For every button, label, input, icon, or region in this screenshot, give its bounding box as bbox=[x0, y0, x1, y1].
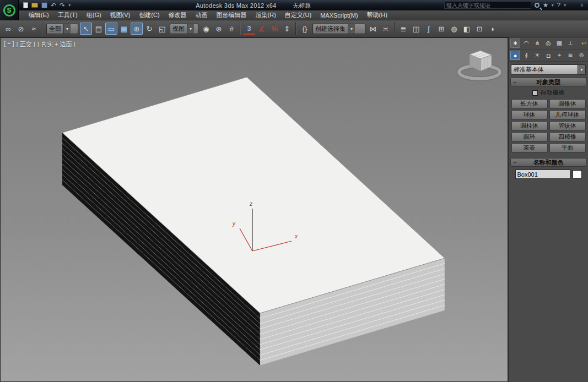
axis-z-label: z bbox=[249, 201, 252, 207]
menu-help[interactable]: 帮助(H) bbox=[363, 10, 392, 20]
subtab-geometry[interactable]: ● bbox=[510, 51, 520, 60]
menu-bar: 编辑(E) 工具(T) 组(G) 视图(V) 创建(C) 修改器 动画 图形编辑… bbox=[0, 10, 588, 20]
collapse-titlebar-icon[interactable]: ∧ bbox=[580, 2, 584, 8]
tab-motion[interactable]: ◎ bbox=[543, 39, 553, 48]
infocenter-search[interactable] bbox=[444, 1, 531, 9]
menu-tools[interactable]: 工具(T) bbox=[53, 10, 82, 20]
material-editor-button[interactable]: ◍ bbox=[448, 23, 460, 35]
select-and-manipulate-button[interactable]: ⊛ bbox=[213, 23, 225, 35]
viewport-menu-view[interactable]: [ 正交 ] bbox=[17, 40, 35, 48]
menu-views[interactable]: 视图(V) bbox=[106, 10, 135, 20]
select-and-link-button[interactable]: ∞ bbox=[2, 23, 14, 35]
menu-modifiers[interactable]: 修改器 bbox=[164, 10, 191, 20]
box-button[interactable]: 长方体 bbox=[511, 99, 548, 108]
select-by-name-button[interactable]: ▤ bbox=[93, 23, 105, 35]
tab-create[interactable]: ∗ bbox=[510, 39, 520, 48]
search-input[interactable] bbox=[446, 2, 529, 8]
tube-button[interactable]: 管状体 bbox=[549, 121, 586, 130]
application-button[interactable]: S bbox=[0, 0, 19, 20]
teapot-button[interactable]: 茶壶 bbox=[511, 143, 548, 152]
torus-button[interactable]: 圆环 bbox=[511, 132, 548, 141]
viewport-menu-plus[interactable]: [ + ] bbox=[4, 40, 14, 48]
named-selection-sets-dropdown[interactable]: 创建选择集 ▾ bbox=[312, 24, 365, 34]
subtab-shapes[interactable]: ∮ bbox=[521, 51, 531, 60]
tab-hierarchy[interactable]: ⋔ bbox=[532, 39, 542, 48]
object-name-field[interactable] bbox=[515, 170, 570, 179]
subtab-spacewarps[interactable]: ≋ bbox=[565, 51, 575, 60]
tab-utilities[interactable]: ⊥ bbox=[565, 39, 575, 48]
rendered-frame-window-button[interactable]: ⊡ bbox=[473, 23, 485, 35]
new-file-icon bbox=[23, 2, 28, 8]
angle-snap-toggle[interactable]: ∠ bbox=[256, 23, 268, 35]
menu-customize[interactable]: 自定义(U) bbox=[280, 10, 316, 20]
help-caret[interactable]: ▾ bbox=[564, 3, 566, 8]
rectangular-selection-region-button[interactable]: ▭ bbox=[105, 23, 117, 35]
menu-edit[interactable]: 编辑(E) bbox=[24, 10, 53, 20]
spinner-snap-toggle[interactable]: ⇕ bbox=[281, 23, 293, 35]
name-color-rollout-header[interactable]: − 名称和颜色 bbox=[510, 158, 586, 167]
pyramid-button[interactable]: 四棱锥 bbox=[549, 132, 586, 141]
object-color-swatch[interactable] bbox=[573, 170, 582, 178]
new-scene-button[interactable] bbox=[23, 2, 28, 9]
render-setup-button[interactable]: ◧ bbox=[461, 23, 473, 35]
primitive-category-dropdown[interactable]: 标准基本体 ▾ bbox=[511, 64, 586, 75]
object-type-rollout-header[interactable]: − 对象类型 bbox=[510, 78, 586, 86]
select-and-move-button[interactable]: ⊕ bbox=[131, 23, 143, 35]
mirror-button[interactable]: ⋈ bbox=[367, 23, 379, 35]
layer-manager-button[interactable]: ≣ bbox=[397, 23, 409, 35]
unlink-selection-button[interactable]: ⊘ bbox=[15, 23, 27, 35]
subtab-cameras[interactable]: ◘ bbox=[543, 51, 553, 60]
subtab-systems[interactable]: ⊚ bbox=[576, 51, 586, 60]
sphere-button[interactable]: 球体 bbox=[511, 110, 548, 119]
align-button[interactable]: ≍ bbox=[380, 23, 392, 35]
snap-toggle-button[interactable]: 3 bbox=[243, 23, 255, 35]
bind-to-space-warp-button[interactable]: ≈ bbox=[28, 23, 40, 35]
geosphere-button[interactable]: 几何球体 bbox=[549, 110, 586, 119]
percent-snap-toggle[interactable]: % bbox=[268, 23, 280, 35]
ribbon-toggle-button[interactable]: ◫ bbox=[410, 23, 422, 35]
open-file-button[interactable] bbox=[31, 2, 38, 9]
selection-filter-dropdown[interactable]: 全部 ▾ bbox=[46, 24, 78, 34]
render-production-button[interactable]: ◑ bbox=[486, 23, 498, 35]
save-file-button[interactable] bbox=[41, 2, 47, 9]
edit-named-selection-sets-button[interactable]: {} bbox=[299, 23, 311, 35]
subtab-lights[interactable]: ☀ bbox=[532, 51, 542, 60]
viewport-menu-shading[interactable]: [ 真实 + 边面 ] bbox=[37, 40, 75, 48]
favorites-caret[interactable]: ▾ bbox=[552, 3, 554, 8]
workspace-dropdown-caret[interactable]: ▾ bbox=[68, 2, 71, 9]
menu-animation[interactable]: 动画 bbox=[191, 10, 212, 20]
select-and-rotate-button[interactable]: ↻ bbox=[143, 23, 155, 35]
select-and-scale-button[interactable]: ◱ bbox=[156, 23, 168, 35]
menu-maxscript[interactable]: MAXScript(M) bbox=[316, 10, 362, 20]
viewcube[interactable] bbox=[459, 51, 500, 79]
panel-corner-arrow-icon[interactable]: ↩ bbox=[581, 40, 586, 47]
schematic-view-button[interactable]: ⊞ bbox=[435, 23, 447, 35]
undo-button[interactable]: ↶ bbox=[51, 2, 56, 9]
plane-button[interactable]: 平面 bbox=[549, 143, 586, 152]
window-crossing-toggle[interactable]: ▣ bbox=[118, 23, 130, 35]
cylinder-button[interactable]: 圆柱体 bbox=[511, 121, 548, 130]
subtab-helpers[interactable]: ⌖ bbox=[554, 51, 564, 60]
menu-group[interactable]: 组(G) bbox=[82, 10, 106, 20]
cone-button[interactable]: 圆锥体 bbox=[549, 99, 586, 108]
search-icon[interactable] bbox=[535, 3, 540, 8]
box-object[interactable] bbox=[62, 77, 445, 365]
curve-editor-button[interactable]: ∫ bbox=[423, 23, 435, 35]
collapse-icon: − bbox=[513, 159, 516, 166]
keyboard-shortcut-override-toggle[interactable]: # bbox=[225, 23, 238, 35]
redo-button[interactable]: ↷ bbox=[60, 2, 65, 9]
menu-rendering[interactable]: 渲染(R) bbox=[251, 10, 280, 20]
favorites-star-icon[interactable]: ★ bbox=[543, 2, 548, 9]
use-pivot-point-center-button[interactable]: ◉ bbox=[200, 23, 212, 35]
autogrid-checkbox[interactable] bbox=[532, 90, 538, 96]
collapse-icon: − bbox=[513, 79, 516, 85]
tab-display[interactable]: ▦ bbox=[554, 39, 564, 48]
select-object-button[interactable]: ↖ bbox=[80, 23, 92, 35]
reference-coordinate-dropdown[interactable]: 视图 ▾ bbox=[170, 24, 198, 34]
tab-modify[interactable]: ◠ bbox=[521, 39, 531, 48]
orthographic-viewport[interactable]: [ + ] [ 正交 ] [ 真实 + 边面 ] bbox=[0, 37, 508, 382]
menu-create[interactable]: 创建(C) bbox=[134, 10, 164, 20]
menu-graph-editors[interactable]: 图形编辑器 bbox=[212, 10, 251, 20]
help-icon[interactable]: ? bbox=[557, 2, 560, 8]
infocenter: ★ ▾ ? ▾ bbox=[444, 1, 566, 9]
